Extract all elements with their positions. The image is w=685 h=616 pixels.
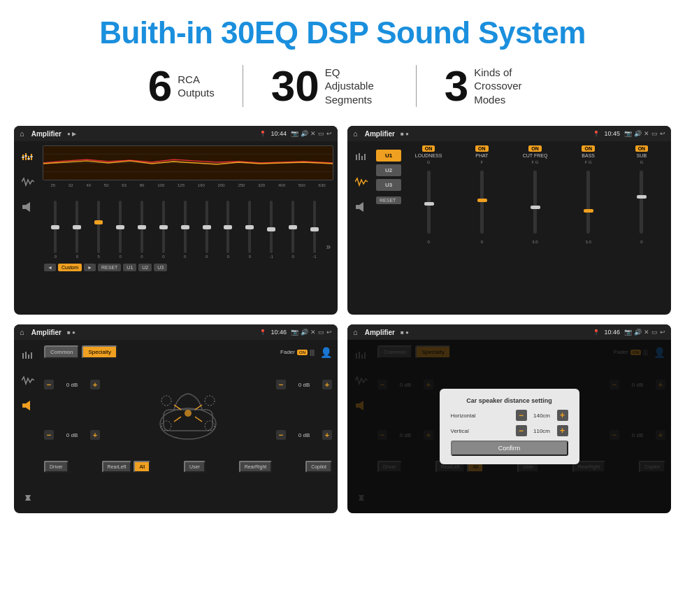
back-icon-4[interactable]: ↩: [660, 329, 665, 336]
user-btn[interactable]: User: [184, 461, 206, 473]
eq-slider-3[interactable]: 5: [89, 201, 109, 259]
eq-prev-btn[interactable]: ◄: [44, 264, 56, 271]
home-icon-3[interactable]: ⌂: [20, 328, 24, 336]
db-plus-4[interactable]: +: [322, 430, 332, 440]
eq-u2-btn[interactable]: U2: [138, 264, 152, 271]
sidebar-cross-icon[interactable]: [353, 175, 370, 189]
rear-right-btn[interactable]: RearRight: [239, 461, 273, 473]
eq-slider-5[interactable]: 0: [132, 201, 152, 259]
cross-slider-bass[interactable]: F G 3.0: [563, 160, 614, 244]
eq-slider-2[interactable]: 0: [67, 201, 87, 259]
topbar-4-title: Amplifier: [365, 329, 395, 336]
eq-slider-1[interactable]: 0: [45, 201, 66, 259]
sidebar-wave-icon[interactable]: [20, 175, 36, 189]
horizontal-plus-btn[interactable]: +: [557, 410, 568, 421]
user-profile-icon[interactable]: 👤: [320, 347, 332, 358]
eq-slider-6[interactable]: 0: [153, 201, 173, 259]
all-btn[interactable]: All: [134, 461, 150, 473]
cross-units: U1 U2 U3 RESET: [376, 145, 401, 310]
db-minus-2[interactable]: −: [44, 430, 54, 440]
cross-col-sub: ON SUB: [616, 145, 667, 158]
confirm-button[interactable]: Confirm: [451, 440, 568, 456]
screen-2-content: U1 U2 U3 RESET ON LOUDNESS ON PHAT: [347, 141, 671, 315]
cross-u3-btn[interactable]: U3: [376, 179, 401, 191]
dialog-horizontal-label: Horizontal: [451, 413, 476, 419]
x-icon-3: ✕: [310, 329, 316, 336]
topbar-2-title: Amplifier: [365, 130, 395, 138]
screen-fader: ⌂ Amplifier ■ ● 📍 10:46 📷 🔊 ✕ ▭ ↩: [14, 324, 338, 513]
vertical-plus-btn[interactable]: +: [557, 425, 568, 436]
vertical-minus-btn[interactable]: −: [516, 425, 527, 436]
eq-slider-8[interactable]: 0: [196, 201, 217, 259]
sidebar-eq-icon[interactable]: [20, 150, 36, 164]
home-icon-4[interactable]: ⌂: [353, 328, 358, 336]
back-icon-2[interactable]: ↩: [660, 130, 665, 137]
screen-1-sidebar: [17, 144, 39, 312]
cross-slider-cutfreq[interactable]: F G 3.0: [510, 160, 560, 244]
eq-slider-11[interactable]: -1: [261, 201, 282, 259]
eq-reset-btn[interactable]: RESET: [98, 264, 121, 271]
eq-slider-12[interactable]: 0: [283, 201, 303, 259]
eq-play-btn[interactable]: ►: [84, 264, 96, 271]
location-icon-3: 📍: [259, 329, 266, 336]
eq-slider-7[interactable]: 0: [175, 201, 195, 259]
eq-sliders-area: 0 0 5 0 0: [43, 190, 333, 260]
home-icon-2[interactable]: ⌂: [353, 129, 358, 138]
sub-on-badge[interactable]: ON: [635, 145, 649, 152]
cross-headers: ON LOUDNESS ON PHAT ON CUT FREQ ON: [403, 145, 667, 158]
home-icon[interactable]: ⌂: [20, 129, 24, 138]
db-minus-4[interactable]: −: [276, 430, 286, 440]
x-icon-2: ✕: [644, 130, 649, 137]
specialty-btn[interactable]: Specialty: [82, 345, 117, 359]
location-icon: 📍: [259, 131, 266, 137]
rear-left-all: RearLeft All: [102, 461, 151, 473]
db-plus-1[interactable]: +: [90, 380, 100, 389]
horizontal-minus-btn[interactable]: −: [516, 410, 527, 421]
phat-on-badge[interactable]: ON: [475, 145, 489, 152]
sidebar-speaker-icon[interactable]: [20, 200, 36, 214]
cross-slider-sub[interactable]: G 0: [616, 160, 667, 244]
bass-on-badge[interactable]: ON: [582, 145, 595, 152]
screen-fader-dialog: ⌂ Amplifier ■ ● 📍 10:46 📷 🔊 ✕ ▭ ↩: [347, 324, 671, 513]
db-plus-2[interactable]: +: [90, 430, 100, 440]
db-row-1: − 0 dB +: [44, 380, 100, 389]
window-icon-2: ▭: [651, 130, 658, 137]
eq-slider-9[interactable]: 0: [218, 201, 238, 259]
eq-slider-13[interactable]: -1: [305, 201, 325, 259]
topbar-3-dots: ■ ●: [67, 329, 75, 336]
cross-slider-loudness[interactable]: G 0: [403, 160, 454, 244]
cross-u1-btn[interactable]: U1: [376, 150, 401, 162]
eq-slider-4[interactable]: 0: [110, 201, 131, 259]
sidebar-speaker-icon-2[interactable]: [353, 200, 370, 214]
common-btn[interactable]: Common: [44, 345, 79, 359]
sidebar-wave-icon-3[interactable]: [20, 373, 36, 387]
driver-btn[interactable]: Driver: [44, 461, 68, 473]
eq-u3-btn[interactable]: U3: [154, 264, 167, 271]
eq-custom-btn[interactable]: Custom: [58, 264, 82, 271]
cutfreq-on-badge[interactable]: ON: [528, 145, 542, 152]
sidebar-speaker-icon-3[interactable]: [20, 399, 36, 413]
sidebar-expand-icon-3[interactable]: [20, 491, 36, 505]
back-icon[interactable]: ↩: [326, 130, 332, 137]
loudness-on-badge[interactable]: ON: [422, 145, 435, 152]
db-minus-1[interactable]: −: [44, 380, 54, 389]
cross-slider-phat[interactable]: F 0: [456, 160, 507, 244]
eq-u1-btn[interactable]: U1: [123, 264, 136, 271]
more-icon[interactable]: »: [326, 242, 331, 259]
screen-2-sidebar: [350, 144, 373, 312]
rear-left-btn[interactable]: RearLeft: [102, 461, 132, 473]
stat-rca-label: RCAOutputs: [178, 73, 215, 100]
db-plus-3[interactable]: +: [322, 380, 332, 389]
sidebar-eq-icon-3[interactable]: [20, 348, 36, 362]
back-icon-3[interactable]: ↩: [326, 329, 332, 336]
eq-slider-10[interactable]: 0: [240, 201, 260, 259]
fader-on-badge[interactable]: ON: [297, 350, 308, 355]
topbar-2-icons: 📷 🔊 ✕ ▭ ↩: [624, 130, 665, 137]
sidebar-eq-icon-2[interactable]: [353, 150, 370, 164]
dialog-horizontal-ctrl: − 140cm +: [516, 410, 568, 421]
cross-u2-btn[interactable]: U2: [376, 164, 401, 176]
copilot-btn[interactable]: Copilot: [305, 461, 332, 473]
topbar-2-time: 10:45: [604, 130, 620, 137]
db-minus-3[interactable]: −: [276, 380, 286, 389]
cross-reset-btn[interactable]: RESET: [376, 196, 401, 204]
